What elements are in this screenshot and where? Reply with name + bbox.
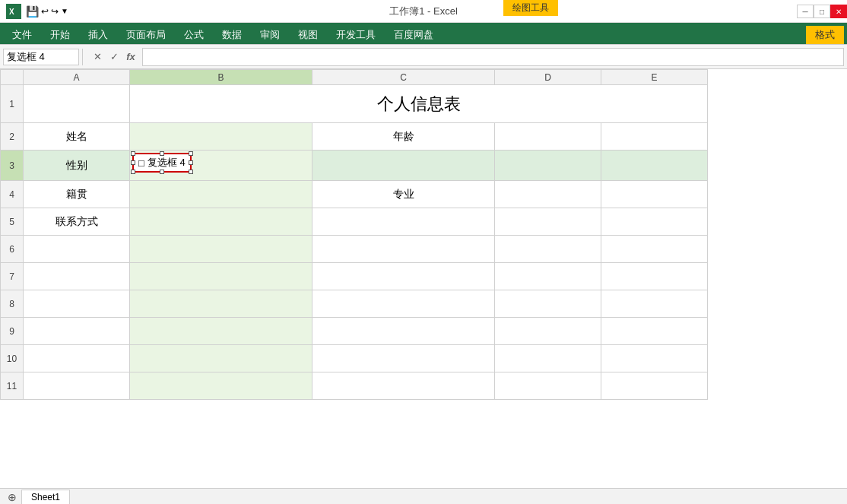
function-icon[interactable]: fx	[124, 51, 138, 62]
cell-B10[interactable]	[130, 345, 312, 372]
cancel-icon[interactable]: ✕	[90, 51, 104, 62]
cell-C7[interactable]	[312, 263, 495, 290]
cell-D2[interactable]	[495, 123, 601, 151]
confirm-icon[interactable]: ✓	[107, 51, 121, 62]
cell-A2[interactable]: 姓名	[24, 123, 130, 151]
cell-C8[interactable]	[312, 290, 495, 318]
row-header-10[interactable]: 10	[1, 345, 24, 372]
cell-C3[interactable]	[312, 151, 495, 181]
cell-B6[interactable]	[130, 236, 312, 263]
cell-C5[interactable]	[312, 208, 495, 236]
cell-B8[interactable]	[130, 290, 312, 318]
cell-C9[interactable]	[312, 318, 495, 345]
tab-baidu[interactable]: 百度网盘	[385, 26, 443, 44]
cell-B11[interactable]	[130, 372, 312, 400]
tab-developer[interactable]: 开发工具	[327, 26, 385, 44]
tab-formula[interactable]: 公式	[175, 26, 213, 44]
col-header-E[interactable]: E	[601, 70, 708, 85]
col-header-B[interactable]: B	[130, 70, 312, 85]
tab-file[interactable]: 文件	[3, 26, 41, 44]
cell-A6[interactable]	[24, 236, 130, 263]
row-header-7[interactable]: 7	[1, 263, 24, 290]
resize-handle-tm[interactable]	[160, 151, 164, 156]
col-header-A[interactable]: A	[24, 70, 130, 85]
cell-D10[interactable]	[495, 345, 601, 372]
formula-input[interactable]	[142, 48, 844, 66]
save-icon[interactable]: 💾	[26, 5, 39, 17]
cell-B5[interactable]	[130, 208, 312, 236]
cell-E6[interactable]	[601, 236, 708, 263]
tab-insert[interactable]: 插入	[79, 26, 117, 44]
resize-handle-mr[interactable]	[189, 160, 193, 165]
cell-A3[interactable]: 性别	[24, 151, 130, 181]
cell-E3[interactable]	[601, 151, 708, 181]
resize-handle-ml[interactable]	[131, 160, 135, 165]
undo-icon[interactable]: ↩	[41, 6, 49, 17]
cell-C10[interactable]	[312, 345, 495, 372]
cell-B7[interactable]	[130, 263, 312, 290]
tab-format[interactable]: 格式	[806, 26, 844, 44]
cell-A11[interactable]	[24, 372, 130, 400]
cell-E4[interactable]	[601, 181, 708, 208]
redo-icon[interactable]: ↪	[51, 6, 59, 17]
row-header-4[interactable]: 4	[1, 181, 24, 208]
close-button[interactable]: ✕	[830, 5, 847, 18]
cell-A8[interactable]	[24, 290, 130, 318]
row-header-2[interactable]: 2	[1, 123, 24, 151]
cell-B9[interactable]	[130, 318, 312, 345]
cell-E9[interactable]	[601, 318, 708, 345]
cell-A4[interactable]: 籍贯	[24, 181, 130, 208]
cell-D4[interactable]	[495, 181, 601, 208]
cell-B1[interactable]: 个人信息表	[130, 85, 708, 123]
row-header-11[interactable]: 11	[1, 372, 24, 400]
resize-handle-bl[interactable]	[131, 170, 135, 174]
cell-D9[interactable]	[495, 318, 601, 345]
cell-C4[interactable]: 专业	[312, 181, 495, 208]
cell-E2[interactable]	[601, 123, 708, 151]
tab-pagelayout[interactable]: 页面布局	[117, 26, 175, 44]
tab-home[interactable]: 开始	[41, 26, 79, 44]
cell-C6[interactable]	[312, 236, 495, 263]
more-icon[interactable]: ▼	[61, 7, 68, 15]
add-sheet-button[interactable]: ⊕	[3, 490, 21, 505]
col-header-C[interactable]: C	[312, 70, 495, 85]
tab-view[interactable]: 视图	[289, 26, 327, 44]
col-header-D[interactable]: D	[495, 70, 601, 85]
row-header-9[interactable]: 9	[1, 318, 24, 345]
cell-D7[interactable]	[495, 263, 601, 290]
cell-E8[interactable]	[601, 290, 708, 318]
resize-handle-tr[interactable]	[189, 151, 193, 156]
cell-B3[interactable]: □ 复选框 4	[130, 151, 312, 181]
cell-A1[interactable]	[24, 85, 130, 123]
cell-D11[interactable]	[495, 372, 601, 400]
row-header-3[interactable]: 3	[1, 151, 24, 181]
cell-A10[interactable]	[24, 345, 130, 372]
cell-A7[interactable]	[24, 263, 130, 290]
cell-D6[interactable]	[495, 236, 601, 263]
row-header-8[interactable]: 8	[1, 290, 24, 318]
cell-C11[interactable]	[312, 372, 495, 400]
cell-E5[interactable]	[601, 208, 708, 236]
cell-E11[interactable]	[601, 372, 708, 400]
cell-C2[interactable]: 年龄	[312, 123, 495, 151]
resize-handle-br[interactable]	[189, 170, 193, 174]
row-header-5[interactable]: 5	[1, 208, 24, 236]
cell-D8[interactable]	[495, 290, 601, 318]
resize-handle-tl[interactable]	[131, 151, 135, 156]
cell-B4[interactable]	[130, 181, 312, 208]
cell-E7[interactable]	[601, 263, 708, 290]
minimize-button[interactable]: ─	[797, 5, 814, 18]
cell-A5[interactable]: 联系方式	[24, 208, 130, 236]
tab-data[interactable]: 数据	[213, 26, 251, 44]
cell-B2[interactable]	[130, 123, 312, 151]
row-header-1[interactable]: 1	[1, 85, 24, 123]
name-box[interactable]: 复选框 4	[3, 49, 79, 65]
sheet-tab-1[interactable]: Sheet1	[21, 490, 70, 504]
row-header-6[interactable]: 6	[1, 236, 24, 263]
cell-E10[interactable]	[601, 345, 708, 372]
cell-D3[interactable]	[495, 151, 601, 181]
cell-D5[interactable]	[495, 208, 601, 236]
tab-review[interactable]: 审阅	[251, 26, 289, 44]
maximize-button[interactable]: □	[814, 5, 830, 18]
resize-handle-bm[interactable]	[160, 170, 164, 174]
